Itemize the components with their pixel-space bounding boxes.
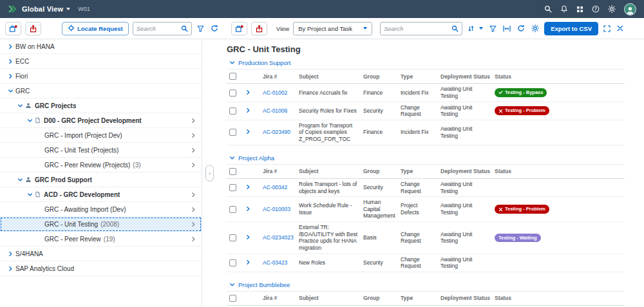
tree-item-grc-peer-review[interactable]: GRC - Peer Review(19): [0, 232, 202, 247]
jira-link[interactable]: AC-0234023: [263, 234, 294, 241]
column-header-status[interactable]: Status: [492, 164, 625, 178]
jira-link[interactable]: AC-023490: [263, 129, 290, 135]
tree-item-s-4hana[interactable]: S/4HANA: [0, 247, 202, 261]
transport-filter-button[interactable]: [231, 22, 247, 35]
table-row[interactable]: AC-0234023External TR: /BOA/UTILITY with…: [227, 222, 625, 254]
column-header-subject[interactable]: Subject: [296, 164, 361, 178]
refresh-icon[interactable]: [516, 23, 526, 33]
expand-chevron-icon[interactable]: [5, 59, 15, 64]
collapse-chevron-icon[interactable]: [228, 156, 236, 160]
table-row[interactable]: AC-01002Finance Accruals fixFinanceIncid…: [227, 84, 625, 102]
tree-item-grc-peer-review-projects[interactable]: GRC - Peer Review (Projects)(3): [0, 158, 202, 172]
collapse-chevron-icon[interactable]: [15, 178, 25, 182]
column-header-status[interactable]: Status: [492, 291, 625, 305]
tree-item-grc-awaiting-import-dev[interactable]: GRC - Awaiting Import (Dev): [0, 202, 202, 217]
expand-row-chevron-icon[interactable]: [246, 108, 251, 113]
tree-item-grc-unit-test-projects[interactable]: GRC - Unit Test (Projects): [0, 143, 202, 158]
tree-item-fiori[interactable]: Fiori: [0, 69, 202, 84]
user-avatar[interactable]: [624, 3, 636, 15]
app-title[interactable]: Global View: [22, 5, 63, 13]
collapse-chevron-icon[interactable]: [24, 118, 35, 123]
row-checkbox[interactable]: [229, 129, 236, 136]
tree-item-grc-projects[interactable]: GRC Projects: [0, 98, 202, 113]
tree-item-grc-import-project-dev[interactable]: GRC - Import (Project Dev): [0, 128, 202, 143]
expand-chevron-icon[interactable]: [5, 266, 15, 271]
column-header-status[interactable]: Status: [492, 70, 625, 84]
collapse-chevron-icon[interactable]: [15, 104, 25, 108]
navigate-chevron-icon[interactable]: [191, 192, 196, 197]
column-header-deployment-status[interactable]: Deployment Status: [438, 164, 492, 178]
jira-link[interactable]: AC-01002: [263, 89, 287, 96]
column-header-type[interactable]: Type: [398, 70, 438, 84]
tree-item-grc[interactable]: GRC: [0, 84, 202, 98]
expand-row-chevron-icon[interactable]: [246, 185, 251, 189]
table-row[interactable]: AC-03423New RolesSecurityChange RequestA…: [227, 254, 625, 272]
column-header-group[interactable]: Group: [361, 164, 398, 178]
jira-link[interactable]: AC-03423: [263, 259, 287, 266]
search-icon[interactable]: [451, 25, 459, 32]
section-header[interactable]: Project Alpha: [227, 151, 625, 164]
settings-gear-icon[interactable]: [608, 5, 616, 13]
collapse-chevron-icon[interactable]: [228, 60, 236, 65]
section-header[interactable]: Project Bumblebee: [227, 278, 625, 291]
collapse-chevron-icon[interactable]: [5, 89, 15, 93]
jira-link[interactable]: AC-010003: [263, 206, 290, 212]
select-all-checkbox[interactable]: [229, 168, 236, 175]
navigate-chevron-icon[interactable]: [191, 222, 196, 227]
tree-item-d00-grc-project-development[interactable]: D00 - GRC Project Development: [0, 113, 202, 128]
navigate-chevron-icon[interactable]: [191, 237, 196, 241]
tree-search-input[interactable]: [137, 25, 178, 32]
tree-item-acd-grc-development[interactable]: ACD - GRC Development: [0, 187, 202, 202]
column-header-jira[interactable]: Jira #: [260, 291, 296, 305]
expand-row-chevron-icon[interactable]: [246, 90, 251, 95]
search-icon[interactable]: [181, 25, 188, 32]
tree-item-bw-on-hana[interactable]: BW on HANA: [0, 39, 202, 54]
row-checkbox[interactable]: [229, 107, 236, 115]
collapse-chevron-icon[interactable]: [228, 283, 236, 287]
transport-filter-button[interactable]: [5, 22, 21, 35]
filter-funnel-icon[interactable]: [196, 24, 205, 33]
locate-request-button[interactable]: Locate Request: [62, 22, 129, 35]
expand-row-chevron-icon[interactable]: [246, 207, 251, 211]
sort-icon[interactable]: [466, 24, 484, 33]
tree-item-grc-prod-support[interactable]: GRC Prod Support: [0, 172, 202, 187]
help-icon[interactable]: ?: [592, 5, 600, 13]
resize-columns-icon[interactable]: [502, 24, 512, 33]
close-icon[interactable]: [616, 24, 625, 33]
view-select[interactable]: By Project and Task: [293, 22, 372, 35]
column-header-group[interactable]: Group: [361, 291, 398, 305]
row-checkbox[interactable]: [229, 234, 236, 241]
column-header-type[interactable]: Type: [398, 164, 438, 178]
column-header-subject[interactable]: Subject: [296, 70, 361, 84]
table-row[interactable]: AC-010003Work Schedule Rule - IssueHuman…: [227, 197, 625, 222]
search-icon[interactable]: [544, 5, 552, 13]
expand-chevron-icon[interactable]: [5, 252, 15, 256]
column-header-jira[interactable]: Jira #: [260, 70, 296, 84]
select-all-checkbox[interactable]: [229, 295, 236, 302]
tree-item-grc-unit-testing[interactable]: GRC - Unit Testing(2008): [0, 217, 202, 232]
expand-row-chevron-icon[interactable]: [246, 260, 251, 265]
row-checkbox[interactable]: [229, 89, 236, 97]
table-row[interactable]: AC-01006Security Roles for FixesSecurity…: [227, 102, 625, 120]
table-row[interactable]: AC-023490Program for Transport of Copies…: [227, 120, 625, 145]
table-settings-gear-icon[interactable]: [530, 23, 540, 33]
column-header-group[interactable]: Group: [361, 70, 398, 84]
navigate-chevron-icon[interactable]: [191, 118, 196, 123]
navigate-chevron-icon[interactable]: [191, 148, 196, 153]
expand-row-chevron-icon[interactable]: [246, 235, 251, 239]
row-checkbox[interactable]: [229, 259, 236, 266]
select-all-checkbox[interactable]: [229, 73, 236, 80]
row-checkbox[interactable]: [229, 206, 236, 213]
navigate-chevron-icon[interactable]: [191, 133, 196, 138]
navigate-chevron-icon[interactable]: [191, 207, 196, 212]
tree-item-sap-analytics-cloud[interactable]: SAP Analytics Cloud: [0, 261, 202, 276]
refresh-icon[interactable]: [209, 23, 220, 33]
apps-grid-icon[interactable]: [576, 6, 583, 13]
collapse-chevron-icon[interactable]: [24, 192, 35, 197]
panel-splitter-handle[interactable]: ‹: [205, 165, 214, 181]
app-title-caret-icon[interactable]: [66, 8, 70, 10]
toc-filter-button[interactable]: [251, 22, 267, 35]
navigate-chevron-icon[interactable]: [191, 163, 196, 167]
jira-link[interactable]: AC-00342: [263, 184, 287, 191]
table-row[interactable]: AC-00342Roles Transport - lots of object…: [227, 178, 625, 196]
